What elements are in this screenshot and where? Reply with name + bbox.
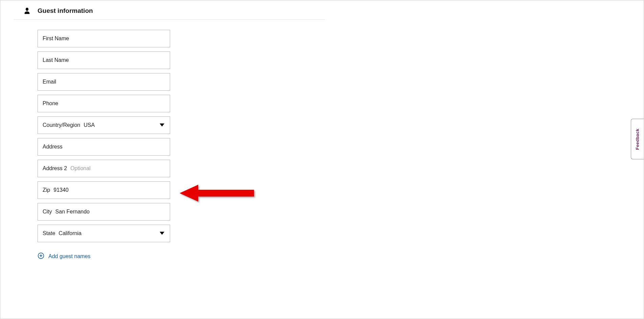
state-value: California bbox=[59, 230, 82, 236]
country-select[interactable]: Country/Region USA bbox=[38, 116, 170, 134]
chevron-down-icon bbox=[160, 230, 164, 236]
zip-value: 91340 bbox=[53, 187, 69, 193]
svg-marker-0 bbox=[160, 123, 164, 127]
add-guest-label: Add guest names bbox=[48, 253, 91, 259]
feedback-tab[interactable]: Feedback bbox=[631, 119, 644, 159]
svg-marker-1 bbox=[160, 232, 164, 235]
state-label: State bbox=[43, 230, 55, 236]
phone-field[interactable]: Phone bbox=[38, 95, 170, 112]
address2-field[interactable]: Address 2 Optional bbox=[38, 160, 170, 177]
plus-circle-icon bbox=[38, 252, 44, 260]
section-title: Guest information bbox=[38, 7, 93, 15]
address2-placeholder: Optional bbox=[70, 165, 91, 172]
first-name-field[interactable]: First Name bbox=[38, 30, 170, 47]
city-label: City bbox=[43, 209, 52, 215]
address-field[interactable]: Address bbox=[38, 138, 170, 156]
section-header: Guest information bbox=[14, 7, 325, 20]
city-value: San Fernando bbox=[55, 209, 90, 215]
chevron-down-icon bbox=[160, 122, 164, 128]
country-value: USA bbox=[84, 122, 95, 128]
last-name-field[interactable]: Last Name bbox=[38, 51, 170, 69]
address-label: Address bbox=[43, 144, 63, 150]
zip-label: Zip bbox=[43, 187, 50, 193]
email-field[interactable]: Email bbox=[38, 73, 170, 91]
first-name-label: First Name bbox=[43, 36, 69, 42]
last-name-label: Last Name bbox=[43, 57, 69, 63]
country-label: Country/Region bbox=[43, 122, 80, 128]
add-guest-names-button[interactable]: Add guest names bbox=[38, 252, 325, 260]
guest-form: First Name Last Name Email Phone Country… bbox=[14, 30, 325, 260]
phone-label: Phone bbox=[43, 100, 58, 107]
user-icon bbox=[23, 7, 31, 15]
feedback-label: Feedback bbox=[635, 129, 640, 150]
zip-field[interactable]: Zip 91340 bbox=[38, 181, 170, 199]
city-field[interactable]: City San Fernando bbox=[38, 203, 170, 221]
state-select[interactable]: State California bbox=[38, 225, 170, 242]
email-label: Email bbox=[43, 79, 56, 85]
address2-label: Address 2 bbox=[43, 165, 67, 172]
